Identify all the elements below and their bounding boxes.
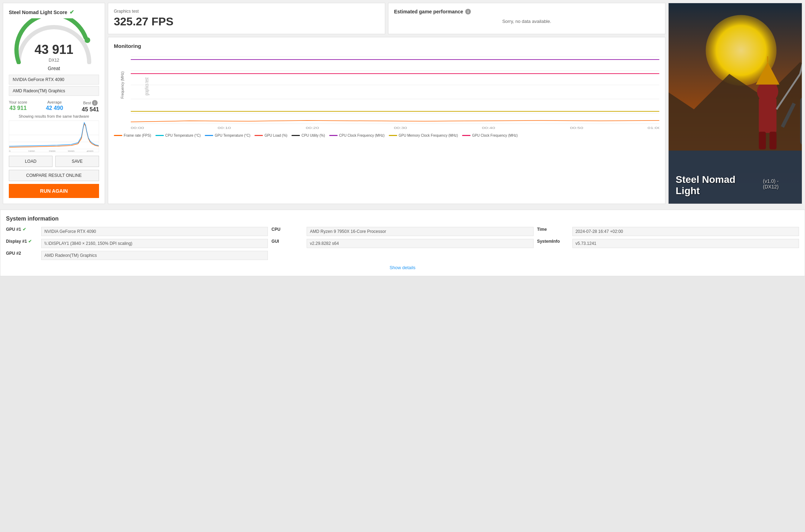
sys-cpu-row: CPU AMD Ryzen 9 7950X 16-Core Processor <box>271 227 533 236</box>
sys-time-key: Time <box>537 227 569 232</box>
show-details: Show details <box>6 265 799 270</box>
gpu1-item: NVIDIA GeForce RTX 4090 <box>9 75 99 85</box>
best-stat: Best i 45 541 <box>82 100 99 113</box>
game-image-panel: Steel Nomad Light (v1.0) - (DX12) <box>668 3 802 204</box>
svg-text:40000: 40000 <box>87 150 93 152</box>
sys-col-2: CPU AMD Ryzen 9 7950X 16-Core Processor … <box>271 227 533 260</box>
sys-sysinfo-val: v5.73.1241 <box>572 239 799 248</box>
load-button[interactable]: LOAD <box>9 156 53 167</box>
save-button[interactable]: SAVE <box>55 156 99 167</box>
sys-cpu-key: CPU <box>271 227 303 232</box>
gpu1-check: ✔ <box>23 227 26 232</box>
your-score-value: 43 911 <box>9 105 27 111</box>
no-data-text: Sorry, no data available. <box>394 19 659 24</box>
svg-text:00:30: 00:30 <box>394 126 407 130</box>
chart-container: Frequency (MHz) 5000 4000 3 <box>114 53 659 131</box>
svg-text:0: 0 <box>9 150 11 152</box>
best-value: 45 541 <box>82 106 99 113</box>
legend-gpu-load-dot <box>254 135 263 136</box>
sys-gpu1-val: NVIDIA GeForce RTX 4090 <box>41 227 268 236</box>
y-axis-label: Frequency (MHz) <box>121 57 124 113</box>
sys-display1-val: \\.\DISPLAY1 (3840 × 2160, 150% DPI scal… <box>41 239 268 248</box>
run-again-button[interactable]: RUN AGAIN <box>9 184 99 198</box>
game-perf-title: Estimated game performance i <box>394 9 659 14</box>
legend-cpu-clock-label: CPU Clock Frequency (MHz) <box>339 134 385 137</box>
legend-row: Frame rate (FPS) CPU Temperature (°C) GP… <box>114 134 659 137</box>
left-panel: Steel Nomad Light Score ✔ 43 911 DX12 Gr… <box>3 3 105 204</box>
legend-cpu-temp-dot <box>155 135 164 136</box>
legend-framerate-label: Frame rate (FPS) <box>124 134 151 137</box>
monitoring-title: Monitoring <box>114 43 659 49</box>
svg-text:00:40: 00:40 <box>482 126 496 130</box>
score-check-icon: ✔ <box>69 9 74 16</box>
mini-chart: 0 10000 20000 30000 40000 <box>9 120 99 152</box>
fps-value: 325.27 FPS <box>114 15 379 28</box>
legend-gpu-mem-clock: GPU Memory Clock Frequency (MHz) <box>389 134 458 137</box>
monitoring-chart-svg: 5000 4000 3000 2000 1000 0 <box>131 53 659 131</box>
game-version: (v1.0) - (DX12) <box>763 178 795 190</box>
svg-point-0 <box>85 37 90 43</box>
svg-rect-36 <box>759 98 776 133</box>
legend-cpu-util: CPU Utility (%) <box>291 134 325 137</box>
legend-cpu-temp-label: CPU Temperature (°C) <box>165 134 201 137</box>
load-save-row: LOAD SAVE <box>9 156 99 167</box>
sys-gui-val: v2.29.8282 s64 <box>307 239 533 248</box>
sys-sysinfo-key: SystemInfo <box>537 239 569 244</box>
average-stat: Average 42 490 <box>46 100 63 113</box>
svg-rect-44 <box>800 98 802 145</box>
svg-text:00:50: 00:50 <box>570 126 584 130</box>
graphics-test-label: Graphics test <box>114 9 379 14</box>
legend-framerate-dot <box>114 135 122 136</box>
showing-results-text: Showing results from the same hardware <box>9 114 99 118</box>
best-label: Best i <box>82 100 99 106</box>
gpu2-item: AMD Radeon(TM) Graphics <box>9 86 99 96</box>
sys-col-1: GPU #1 ✔ NVIDIA GeForce RTX 4090 Display… <box>6 227 268 260</box>
svg-text:10000: 10000 <box>28 150 35 152</box>
your-score-label: Your score <box>9 100 27 104</box>
show-details-link[interactable]: Show details <box>389 265 416 270</box>
svg-text:01:00: 01:00 <box>648 126 659 130</box>
display1-check: ✔ <box>28 239 32 244</box>
sys-gui-row: GUI v2.29.8282 s64 <box>271 239 533 248</box>
legend-cpu-clock-dot <box>329 135 338 136</box>
average-label: Average <box>46 100 63 104</box>
legend-gpu-clock: GPU Clock Frequency (MHz) <box>462 134 517 137</box>
stats-row: Your score 43 911 Average 42 490 Best i … <box>9 100 99 113</box>
mini-chart-svg: 0 10000 20000 30000 40000 <box>9 121 99 152</box>
score-title-text: Steel Nomad Light Score <box>9 10 67 15</box>
sys-info-title: System information <box>6 216 799 222</box>
y-axis-container: Frequency (MHz) <box>114 53 131 131</box>
average-value: 42 490 <box>46 105 63 111</box>
legend-cpu-util-label: CPU Utility (%) <box>301 134 325 137</box>
game-title-row: Steel Nomad Light (v1.0) - (DX12) <box>676 174 795 197</box>
sys-cpu-val: AMD Ryzen 9 7950X 16-Core Processor <box>307 227 533 236</box>
sys-col-3: Time 2024-07-28 16:47 +02:00 SystemInfo … <box>537 227 799 260</box>
svg-text:00:00: 00:00 <box>131 126 144 130</box>
legend-gpu-clock-label: GPU Clock Frequency (MHz) <box>472 134 517 137</box>
game-perf-box: Estimated game performance i Sorry, no d… <box>388 3 665 34</box>
legend-gpu-load: GPU Load (%) <box>254 134 287 137</box>
sys-sysinfo-row: SystemInfo v5.73.1241 <box>537 239 799 248</box>
svg-rect-42 <box>759 132 766 149</box>
legend-gpu-mem-clock-dot <box>389 135 397 136</box>
legend-gpu-load-label: GPU Load (%) <box>264 134 287 137</box>
sys-gpu2-key: GPU #2 <box>6 251 38 256</box>
best-info-icon: i <box>92 100 98 106</box>
legend-gpu-mem-clock-label: GPU Memory Clock Frequency (MHz) <box>399 134 458 137</box>
monitoring-section: Monitoring Frequency (MHz) <box>108 37 665 204</box>
sys-gpu1-row: GPU #1 ✔ NVIDIA GeForce RTX 4090 <box>6 227 268 236</box>
svg-text:graphics test: graphics test <box>144 78 150 95</box>
score-value: 43 911 <box>35 42 73 57</box>
compare-button[interactable]: COMPARE RESULT ONLINE <box>9 170 99 181</box>
svg-text:30000: 30000 <box>68 150 74 152</box>
sys-time-val: 2024-07-28 16:47 +02:00 <box>572 227 799 236</box>
svg-text:20000: 20000 <box>49 150 55 152</box>
sys-gpu2-row: GPU #2 AMD Radeon(TM) Graphics <box>6 251 268 260</box>
score-grade: Great <box>9 66 99 71</box>
legend-gpu-temp-dot <box>205 135 213 136</box>
legend-gpu-temp: GPU Temperature (°C) <box>205 134 250 137</box>
legend-cpu-temp: CPU Temperature (°C) <box>155 134 201 137</box>
game-image: Steel Nomad Light (v1.0) - (DX12) <box>669 3 802 204</box>
game-title: Steel Nomad Light <box>676 174 760 197</box>
sys-display1-row: Display #1 ✔ \\.\DISPLAY1 (3840 × 2160, … <box>6 239 268 248</box>
